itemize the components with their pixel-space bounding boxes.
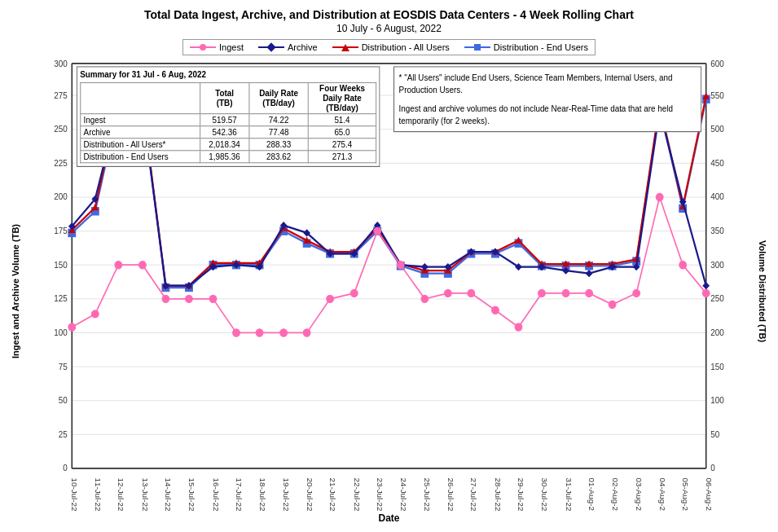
- svg-point-165: [280, 329, 288, 336]
- svg-text:50: 50: [710, 430, 719, 439]
- svg-text:200: 200: [710, 328, 724, 337]
- legend-ingest: Ingest: [190, 42, 244, 52]
- svg-point-160: [162, 295, 169, 302]
- svg-text:225: 225: [54, 159, 68, 168]
- svg-text:17-Jul-22: 17-Jul-22: [235, 478, 244, 511]
- x-axis-label: Date: [23, 512, 755, 524]
- svg-text:12-Jul-22: 12-Jul-22: [116, 478, 125, 511]
- svg-text:15-Jul-22: 15-Jul-22: [187, 478, 196, 511]
- svg-point-169: [374, 227, 381, 235]
- svg-point-175: [515, 323, 522, 331]
- svg-text:100: 100: [710, 396, 724, 405]
- y-right-label: Volume Distributed (TB): [755, 59, 770, 524]
- chart-svg: 0 25 50 75 100 125 150 175 200 225 250 2…: [23, 59, 755, 511]
- svg-point-158: [115, 262, 122, 269]
- svg-text:04-Aug-22: 04-Aug-22: [658, 478, 667, 511]
- svg-point-164: [256, 329, 263, 336]
- svg-text:125: 125: [54, 294, 68, 303]
- svg-text:175: 175: [54, 226, 68, 235]
- chart-svg-wrapper: 0 25 50 75 100 125 150 175 200 225 250 2…: [23, 59, 755, 511]
- svg-text:03-Aug-22: 03-Aug-22: [635, 478, 644, 511]
- svg-point-179: [609, 301, 616, 308]
- svg-text:22-Jul-22: 22-Jul-22: [353, 478, 362, 511]
- svg-text:25-Jul-22: 25-Jul-22: [423, 478, 432, 511]
- svg-text:21-Jul-22: 21-Jul-22: [328, 478, 337, 511]
- legend-dist-all-label: Distribution - All Users: [362, 42, 450, 52]
- row-distend-label: Distribution - End Users: [81, 151, 200, 163]
- legend-dist-end: Distribution - End Users: [464, 42, 588, 52]
- svg-text:250: 250: [54, 125, 68, 134]
- row-distall-4w: 275.4: [308, 138, 376, 151]
- svg-text:20-Jul-22: 20-Jul-22: [305, 478, 314, 511]
- svg-point-173: [468, 289, 475, 297]
- svg-text:100: 100: [54, 328, 68, 337]
- svg-point-170: [397, 262, 404, 269]
- svg-point-156: [68, 323, 76, 331]
- svg-text:28-Jul-22: 28-Jul-22: [494, 478, 503, 511]
- svg-text:16-Jul-22: 16-Jul-22: [212, 478, 221, 511]
- row-archive-total: 542.36: [200, 126, 248, 138]
- row-ingest-4w: 51.4: [308, 114, 376, 126]
- svg-text:11-Jul-22: 11-Jul-22: [94, 478, 103, 511]
- svg-text:27-Jul-22: 27-Jul-22: [469, 478, 478, 511]
- row-archive-label: Archive: [81, 126, 200, 138]
- svg-text:150: 150: [54, 260, 68, 269]
- svg-text:02-Aug-22: 02-Aug-22: [611, 478, 620, 511]
- svg-text:300: 300: [710, 260, 724, 269]
- row-ingest-total: 519.57: [200, 114, 248, 126]
- chart-area: Ingest and Archive Volume (TB): [8, 59, 770, 524]
- row-distall-label: Distribution - All Users*: [81, 138, 200, 151]
- svg-point-166: [303, 329, 310, 336]
- row-ingest-daily: 74.22: [249, 114, 309, 126]
- svg-point-159: [139, 262, 147, 269]
- legend-dist-all: Distribution - All Users: [332, 42, 450, 52]
- svg-text:600: 600: [710, 59, 724, 68]
- svg-text:14-Jul-22: 14-Jul-22: [164, 478, 173, 511]
- svg-point-172: [444, 289, 451, 297]
- svg-text:06-Aug-22: 06-Aug-22: [705, 478, 714, 511]
- legend-dist-end-label: Distribution - End Users: [494, 42, 588, 52]
- svg-text:300: 300: [54, 59, 68, 68]
- svg-text:0: 0: [63, 464, 68, 473]
- main-title: Total Data Ingest, Archive, and Distribu…: [144, 8, 634, 21]
- svg-text:05-Aug-22: 05-Aug-22: [681, 478, 690, 511]
- svg-text:25: 25: [59, 430, 68, 439]
- note1: * "All Users" include End Users, Science…: [399, 72, 697, 95]
- svg-text:01-Aug-22: 01-Aug-22: [587, 478, 596, 511]
- svg-point-174: [492, 306, 499, 314]
- row-ingest-label: Ingest: [81, 114, 200, 126]
- svg-point-168: [350, 289, 358, 297]
- svg-text:10-Jul-22: 10-Jul-22: [70, 478, 79, 511]
- svg-point-163: [233, 329, 240, 336]
- chart-container: Total Data Ingest, Archive, and Distribu…: [0, 0, 778, 532]
- svg-text:19-Jul-22: 19-Jul-22: [282, 478, 291, 511]
- legend-archive: Archive: [258, 42, 318, 52]
- y-left-label: Ingest and Archive Volume (TB): [8, 59, 23, 524]
- svg-point-167: [327, 295, 334, 302]
- svg-text:75: 75: [59, 362, 68, 371]
- legend-ingest-label: Ingest: [219, 42, 244, 52]
- note2: Ingest and archive volumes do not includ…: [399, 103, 697, 127]
- svg-text:23-Jul-22: 23-Jul-22: [376, 478, 385, 511]
- svg-point-178: [586, 289, 593, 297]
- row-distall-daily: 288.33: [249, 138, 309, 151]
- row-distend-daily: 283.62: [249, 151, 309, 163]
- svg-point-183: [702, 289, 710, 297]
- svg-point-161: [186, 295, 193, 302]
- svg-point-177: [562, 289, 569, 297]
- svg-text:275: 275: [54, 90, 68, 99]
- sub-title: 10 July - 6 August, 2022: [336, 23, 442, 34]
- svg-text:450: 450: [710, 159, 724, 168]
- svg-text:400: 400: [710, 192, 724, 201]
- svg-point-176: [538, 289, 546, 297]
- svg-point-171: [421, 295, 429, 302]
- summary-title: Summary for 31 Jul - 6 Aug, 2022: [80, 70, 376, 80]
- svg-point-180: [633, 289, 640, 297]
- svg-text:30-Jul-22: 30-Jul-22: [540, 478, 549, 511]
- svg-point-182: [679, 262, 687, 269]
- svg-text:29-Jul-22: 29-Jul-22: [517, 478, 526, 511]
- svg-text:350: 350: [710, 226, 724, 235]
- svg-text:250: 250: [710, 294, 724, 303]
- legend-archive-label: Archive: [288, 42, 318, 52]
- svg-text:13-Jul-22: 13-Jul-22: [141, 478, 150, 511]
